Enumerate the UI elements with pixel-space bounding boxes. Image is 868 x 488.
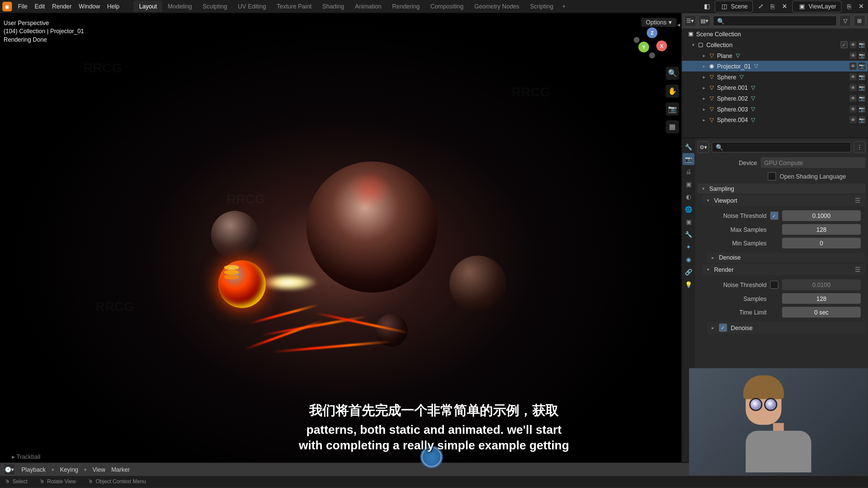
menu-edit[interactable]: Edit — [35, 3, 45, 9]
render-icon[interactable]: 📷 — [859, 105, 866, 113]
options-icon[interactable]: ⋮ — [853, 141, 865, 153]
noise-threshold-checkbox[interactable]: ✓ — [770, 211, 778, 220]
eye-icon[interactable]: 👁 — [849, 84, 856, 91]
tab-scripting[interactable]: Scripting — [525, 1, 558, 12]
timeline-view-menu[interactable]: View — [93, 466, 105, 473]
properties-search-input[interactable]: 🔍 — [712, 142, 851, 152]
add-workspace-button[interactable]: + — [558, 1, 569, 12]
tab-animation[interactable]: Animation — [350, 1, 387, 12]
ptab-viewlayer-icon[interactable]: ▣ — [683, 178, 694, 190]
display-mode-icon[interactable]: ▤▾ — [698, 15, 710, 27]
r-denoise-panel-header[interactable]: ▸ ✓ Denoise — [707, 322, 866, 333]
scene-selector[interactable]: ◫ Scene — [715, 0, 753, 12]
render-icon[interactable]: 📷 — [859, 95, 866, 102]
menu-window[interactable]: Window — [79, 3, 100, 9]
delete-scene-icon[interactable]: ✕ — [781, 2, 789, 11]
disclosure-icon[interactable]: ▾ — [692, 42, 694, 47]
viewlayer-selector[interactable]: ▣ ViewLayer — [792, 0, 842, 12]
ptab-tool-icon[interactable]: 🔧 — [683, 141, 694, 152]
navigation-gizmo[interactable]: Z Y X — [632, 24, 668, 59]
tree-collection[interactable]: ▾ ▢ Collection ✓ 👁 📷 — [682, 39, 868, 50]
eye-icon[interactable]: 👁 — [849, 95, 856, 102]
ptab-scene-icon[interactable]: ◐ — [683, 191, 694, 203]
outliner-tree[interactable]: ▣ Scene Collection ▾ ▢ Collection ✓ 👁 📷 — [682, 28, 868, 138]
perspective-toggle-icon[interactable]: ▦ — [666, 120, 679, 134]
menu-render[interactable]: Render — [52, 3, 72, 9]
tree-item-sphere[interactable]: ▸ ▽ Sphere ▽ 👁📷 — [682, 72, 868, 82]
ptab-output-icon[interactable]: 🖨 — [683, 166, 694, 178]
new-collection-icon[interactable]: ⊞ — [853, 15, 865, 27]
render-icon[interactable]: 📷 — [859, 52, 866, 59]
ptab-constraints-icon[interactable]: 🔗 — [683, 266, 694, 278]
tab-texture-paint[interactable]: Texture Paint — [271, 1, 317, 12]
eye-icon[interactable]: 👁 — [849, 116, 856, 123]
outliner-editor-icon[interactable]: ☰▾ — [684, 15, 696, 27]
tree-item-sphere004[interactable]: ▸ ▽ Sphere.004 ▽ 👁📷 — [682, 115, 868, 125]
tab-compositing[interactable]: Compositing — [425, 1, 469, 12]
tab-geometry-nodes[interactable]: Geometry Nodes — [469, 1, 525, 12]
ptab-object-icon[interactable]: ▣ — [683, 216, 694, 227]
ptab-data-icon[interactable]: 💡 — [683, 278, 694, 290]
render-icon[interactable]: 📷 — [859, 84, 866, 91]
tab-rendering[interactable]: Rendering — [387, 1, 425, 12]
denoise-panel-header[interactable]: ▸ Denoise — [707, 252, 866, 263]
menu-file[interactable]: File — [18, 3, 27, 9]
tree-item-sphere002[interactable]: ▸ ▽ Sphere.002 ▽ 👁📷 — [682, 93, 868, 104]
3d-viewport[interactable]: ⬚▾ ◫ Object Mode ▾ View Select Add Objec… — [0, 13, 681, 463]
render-icon[interactable]: 📷 — [859, 73, 866, 80]
eye-icon[interactable]: 👁 — [849, 73, 856, 80]
axis-z-icon[interactable]: Z — [647, 27, 657, 38]
tab-shading[interactable]: Shading — [317, 1, 350, 12]
camera-view-icon[interactable]: 📷 — [666, 102, 679, 116]
timeline-editor-icon[interactable]: 🕐▾ — [4, 464, 16, 475]
eye-icon[interactable]: 👁 — [849, 52, 856, 59]
eye-icon[interactable]: 👁 — [849, 41, 856, 48]
eye-icon[interactable]: 👁 — [849, 105, 856, 113]
device-value[interactable]: GPU Compute — [761, 157, 865, 168]
ptab-world-icon[interactable]: 🌐 — [683, 203, 694, 215]
filter-icon[interactable]: ▽ — [839, 15, 851, 27]
remove-viewlayer-icon[interactable]: ✕ — [857, 2, 866, 11]
min-samples-value[interactable]: 0 — [782, 238, 861, 248]
render-icon[interactable]: 📷 — [859, 41, 866, 48]
exclude-checkbox[interactable]: ✓ — [841, 41, 848, 48]
viewport-panel-header[interactable]: ▾ Viewport ☰ — [702, 195, 866, 206]
render-panel-header[interactable]: ▾ Render ☰ — [702, 264, 866, 275]
pan-icon[interactable]: ✋ — [666, 85, 679, 98]
tab-layout[interactable]: Layout — [134, 1, 162, 12]
osl-checkbox[interactable] — [768, 172, 776, 181]
render-icon[interactable]: 📷 — [859, 63, 866, 70]
preset-icon[interactable]: ☰ — [855, 266, 861, 273]
axis-neg-icon[interactable] — [649, 53, 655, 59]
panel-collapse-icon[interactable]: ◂ — [677, 21, 680, 28]
tree-item-sphere003[interactable]: ▸ ▽ Sphere.003 ▽ 👁📷 — [682, 104, 868, 115]
playback-menu[interactable]: Playback — [21, 466, 45, 473]
r-denoise-checkbox[interactable]: ✓ — [719, 324, 727, 332]
sampling-panel-header[interactable]: ▾ Sampling — [697, 183, 866, 194]
keying-menu[interactable]: Keying — [60, 466, 78, 473]
axis-y-icon[interactable]: Y — [638, 42, 649, 53]
tab-uv-editing[interactable]: UV Editing — [233, 1, 272, 12]
marker-menu[interactable]: Marker — [111, 466, 130, 473]
axis-neg-icon[interactable] — [634, 37, 640, 43]
blender-logo-icon[interactable]: ◉ — [2, 1, 12, 11]
tab-modeling[interactable]: Modeling — [162, 1, 197, 12]
r-noise-threshold-value[interactable]: 0.0100 — [782, 280, 861, 290]
tab-sculpting[interactable]: Sculpting — [197, 1, 233, 12]
tree-item-sphere001[interactable]: ▸ ▽ Sphere.001 ▽ 👁📷 — [682, 82, 868, 93]
noise-threshold-value[interactable]: 0.1000 — [782, 210, 861, 221]
render-icon[interactable]: 📷 — [859, 116, 866, 123]
samples-value[interactable]: 128 — [782, 293, 861, 304]
ptab-modifier-icon[interactable]: 🔧 — [683, 228, 694, 240]
ptab-render-icon[interactable]: 📷 — [683, 153, 694, 165]
r-noise-threshold-checkbox[interactable] — [770, 281, 778, 289]
max-samples-value[interactable]: 128 — [782, 224, 861, 235]
zoom-icon[interactable]: 🔍 — [666, 67, 679, 80]
outliner-search-input[interactable]: 🔍 — [713, 16, 837, 26]
new-viewlayer-icon[interactable]: ⎘ — [845, 2, 854, 11]
ptab-physics-icon[interactable]: ◉ — [683, 253, 694, 265]
preset-icon[interactable]: ☰ — [855, 197, 861, 204]
eye-icon[interactable]: 👁 — [849, 63, 856, 70]
menu-help[interactable]: Help — [107, 3, 119, 9]
pin-icon[interactable]: ⤢ — [757, 2, 765, 11]
